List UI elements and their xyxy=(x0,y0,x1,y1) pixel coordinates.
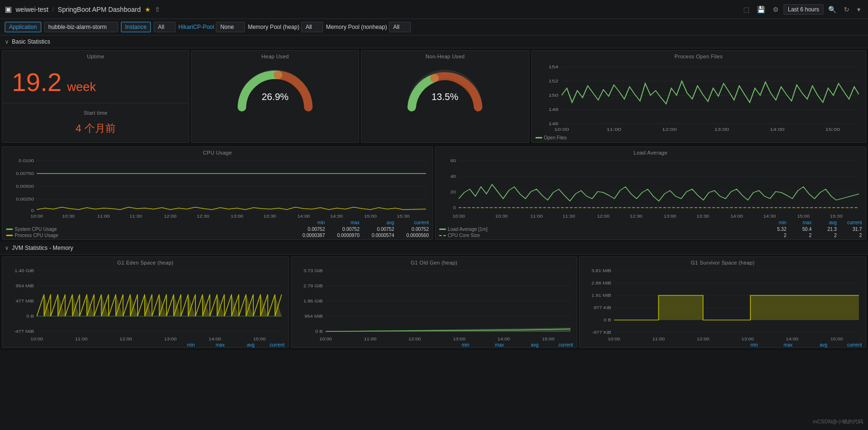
svg-text:0 B: 0 B xyxy=(27,314,34,319)
star-icon[interactable]: ★ xyxy=(145,6,151,13)
dashboard-title: SpringBoot APM Dashboard xyxy=(58,6,141,13)
g1-eden-chart-area: 1.40 GiB 954 MiB 477 MiB 0 B -477 MiB 10… xyxy=(2,266,288,342)
cpu-usage-chart-area: 0.0100 0.00750 0.00500 0.00250 0 10:00 1… xyxy=(2,156,433,220)
basic-section-header[interactable]: ∨ Basic Statistics xyxy=(0,36,868,48)
memory-nonheap-select[interactable]: All xyxy=(389,22,411,32)
process-cpu-max: 0.0000970 xyxy=(329,233,360,238)
refresh-icon-btn[interactable]: ↻ xyxy=(841,4,852,15)
cpu-load-row: CPU Usage 0.0100 0.00750 0.00500 0.00250… xyxy=(0,145,868,242)
hikari-group: HikariCP-Pool None xyxy=(178,22,245,32)
svg-text:1.86 GiB: 1.86 GiB xyxy=(303,299,323,303)
eden-max-header: max xyxy=(199,342,225,348)
survivor-current-header: current xyxy=(831,342,862,348)
process-files-svg: 154 152 150 148 146 10:00 11:00 12:00 13… xyxy=(536,62,862,133)
start-time-value: 4 个月前 xyxy=(12,117,179,138)
svg-text:2.86 MiB: 2.86 MiB xyxy=(591,281,611,285)
process-cpu-avg: 0.0000574 xyxy=(363,233,394,238)
start-time-title: Start time xyxy=(12,107,179,117)
svg-text:13:00: 13:00 xyxy=(164,337,177,341)
old-avg-header: avg xyxy=(508,342,538,348)
application-select[interactable]: hubble-biz-alarm-storm xyxy=(44,22,118,32)
cpu-stats-headers: min max avg current xyxy=(2,220,433,225)
heap-gauge-container: 26.9% xyxy=(232,62,318,114)
svg-text:0.00500: 0.00500 xyxy=(16,184,35,189)
application-filter-btn[interactable]: Application xyxy=(5,22,41,32)
eden-avg-header: avg xyxy=(229,342,255,348)
svg-text:13:00: 13:00 xyxy=(231,214,243,219)
load-avg-row: Load Average [1m] 5.32 50.4 21.3 31.7 xyxy=(439,226,862,232)
svg-text:12:00: 12:00 xyxy=(408,337,421,341)
svg-text:3.73 GiB: 3.73 GiB xyxy=(303,268,323,273)
svg-text:10:00: 10:00 xyxy=(608,337,621,341)
cpu-core-legend-dot xyxy=(439,235,446,236)
hikari-select[interactable]: None xyxy=(216,22,245,32)
process-cpu-label: Process CPU Usage xyxy=(6,233,290,238)
g1-old-svg: 3.73 GiB 2.79 GiB 1.86 GiB 954 MiB 0 B 1… xyxy=(295,268,573,344)
load-avg-legend-dot xyxy=(439,229,446,230)
svg-text:15:00: 15:00 xyxy=(364,214,377,219)
svg-text:10:00: 10:00 xyxy=(452,214,465,219)
g1-eden-svg: 1.40 GiB 954 MiB 477 MiB 0 B -477 MiB 10… xyxy=(6,268,285,344)
svg-text:15:00: 15:00 xyxy=(542,337,554,341)
svg-text:11:00: 11:00 xyxy=(606,127,621,132)
svg-text:14:00: 14:00 xyxy=(786,337,799,341)
cpu-core-text: CPU Core Size xyxy=(448,233,480,238)
svg-text:60: 60 xyxy=(450,158,456,163)
svg-text:0.00250: 0.00250 xyxy=(16,197,35,201)
cpu-current-header: current xyxy=(398,220,429,225)
load-average-title: Load Average xyxy=(435,147,866,156)
jvm-section-header[interactable]: ∨ JVM Statistics - Memory xyxy=(0,242,868,255)
svg-text:146: 146 xyxy=(548,121,558,126)
svg-text:14:30: 14:30 xyxy=(330,214,343,219)
svg-text:12:00: 12:00 xyxy=(597,214,610,219)
svg-text:154: 154 xyxy=(548,64,558,69)
separator: / xyxy=(52,6,54,13)
cpu-core-max: 2 xyxy=(790,233,812,238)
instance-select[interactable]: All xyxy=(154,22,175,32)
share-icon[interactable]: ⇧ xyxy=(155,6,160,13)
system-cpu-avg: 0.00752 xyxy=(363,227,394,232)
graph-icon-btn[interactable]: ⬚ xyxy=(740,4,752,15)
time-picker-btn[interactable]: Last 6 hours xyxy=(784,4,823,15)
cpu-core-min: 2 xyxy=(765,233,786,238)
system-cpu-max: 0.00752 xyxy=(329,227,360,232)
svg-text:2.79 GiB: 2.79 GiB xyxy=(303,284,323,288)
svg-text:15:00: 15:00 xyxy=(253,337,266,341)
heap-gauge-svg: 26.9% xyxy=(232,62,318,114)
svg-text:13:30: 13:30 xyxy=(697,214,710,219)
org-name: weiwei-test xyxy=(16,6,48,13)
svg-text:0 B: 0 B xyxy=(604,318,611,322)
jvm-memory-row: G1 Eden Space (heap) 1.40 GiB 954 MiB 47… xyxy=(0,255,868,350)
settings-icon-btn[interactable]: ⚙ xyxy=(770,4,782,15)
svg-text:13:30: 13:30 xyxy=(264,214,277,219)
g1-survivor-panel: G1 Survivor Space (heap) 3.81 MiB 2.86 M… xyxy=(579,256,866,348)
process-files-legend: Open Files xyxy=(532,133,866,142)
memory-heap-label: Memory Pool (heap) xyxy=(248,24,299,30)
open-files-legend-dot xyxy=(536,137,542,138)
more-icon-btn[interactable]: ▾ xyxy=(854,4,863,15)
svg-text:12:30: 12:30 xyxy=(630,214,643,219)
cpu-avg-header: avg xyxy=(363,220,394,225)
svg-text:0.0100: 0.0100 xyxy=(18,158,34,163)
cpu-usage-panel: CPU Usage 0.0100 0.00750 0.00500 0.00250… xyxy=(2,146,433,240)
search-icon-btn[interactable]: 🔍 xyxy=(825,4,839,15)
uptime-panel-title: Uptime xyxy=(2,51,189,60)
svg-text:12:00: 12:00 xyxy=(164,214,177,219)
svg-text:152: 152 xyxy=(548,79,558,83)
svg-text:13:00: 13:00 xyxy=(741,337,754,341)
instance-filter-btn[interactable]: Instance xyxy=(121,22,151,32)
svg-text:11:30: 11:30 xyxy=(129,214,142,219)
svg-text:1.91 MiB: 1.91 MiB xyxy=(591,293,611,298)
load-stats-table: Load Average [1m] 5.32 50.4 21.3 31.7 CP… xyxy=(435,225,866,239)
svg-text:954 MiB: 954 MiB xyxy=(305,314,323,319)
topbar-actions: ⬚ 💾 ⚙ Last 6 hours 🔍 ↻ ▾ xyxy=(740,4,863,15)
save-icon-btn[interactable]: 💾 xyxy=(754,4,768,15)
svg-text:11:00: 11:00 xyxy=(364,337,377,341)
cpu-usage-svg: 0.0100 0.00750 0.00500 0.00250 0 10:00 1… xyxy=(6,158,429,220)
memory-heap-select[interactable]: All xyxy=(301,22,323,32)
uptime-value: 19.2 xyxy=(12,68,62,96)
old-max-header: max xyxy=(473,342,504,348)
eden-current-header: current xyxy=(259,342,285,348)
topbar: ▣ weiwei-test / SpringBoot APM Dashboard… xyxy=(0,0,868,19)
svg-text:148: 148 xyxy=(548,107,558,112)
